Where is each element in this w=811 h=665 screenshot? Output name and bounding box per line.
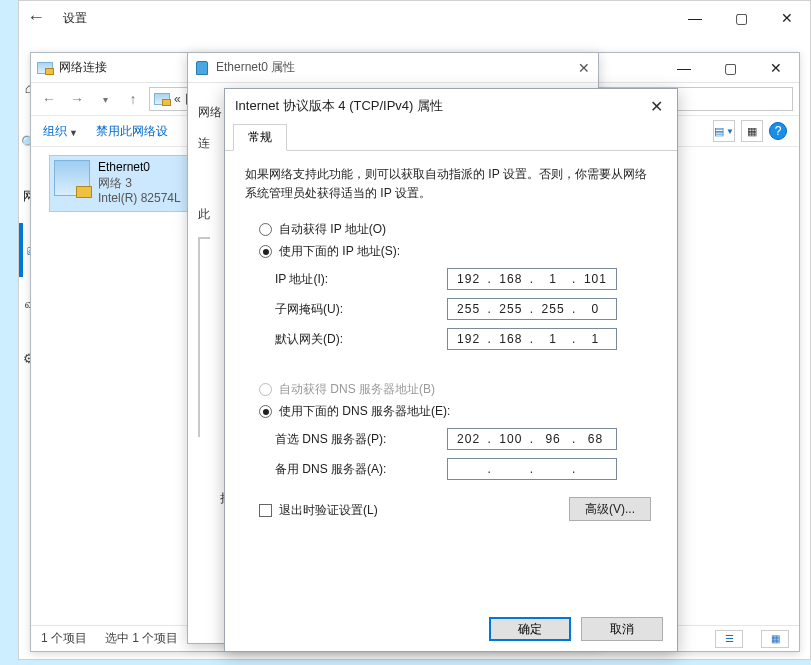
status-selected: 选中 1 个项目 bbox=[105, 630, 178, 647]
nic-item-ethernet0[interactable]: Ethernet0 网络 3 Intel(R) 82574L bbox=[49, 155, 209, 212]
validate-label: 退出时验证设置(L) bbox=[279, 502, 378, 519]
radio-icon bbox=[259, 383, 272, 396]
gateway-input[interactable]: 192. 168. 1. 1 bbox=[447, 328, 617, 350]
radio-icon bbox=[259, 223, 272, 236]
nic-name: Ethernet0 bbox=[98, 160, 181, 176]
ipv4-body: 如果网络支持此功能，则可以获取自动指派的 IP 设置。否则，你需要从网络系统管理… bbox=[225, 151, 677, 607]
ipv4-description: 如果网络支持此功能，则可以获取自动指派的 IP 设置。否则，你需要从网络系统管理… bbox=[245, 165, 657, 203]
nav-recent-button[interactable]: ▾ bbox=[93, 87, 117, 111]
dns2-label: 备用 DNS 服务器(A): bbox=[275, 461, 447, 478]
radio-ip-auto-label: 自动获得 IP 地址(O) bbox=[279, 221, 386, 238]
explorer-max-button[interactable]: ▢ bbox=[707, 51, 753, 85]
settings-close-button[interactable]: ✕ bbox=[764, 1, 810, 35]
ipv4-titlebar: Internet 协议版本 4 (TCP/IPv4) 属性 ✕ bbox=[225, 89, 677, 123]
settings-window-controls: — ▢ ✕ bbox=[672, 1, 810, 35]
checkbox-icon bbox=[259, 504, 272, 517]
ethprops-title-icon bbox=[196, 61, 208, 75]
nav-forward-button[interactable]: → bbox=[65, 87, 89, 111]
explorer-close-button[interactable]: ✕ bbox=[753, 51, 799, 85]
ipv4-close-button[interactable]: ✕ bbox=[646, 97, 667, 116]
ethprops-listbox-edge bbox=[198, 237, 210, 437]
nav-up-button[interactable]: ↑ bbox=[121, 87, 145, 111]
gateway-label: 默认网关(D): bbox=[275, 331, 447, 348]
status-count: 1 个项目 bbox=[41, 630, 87, 647]
nic-driver: Intel(R) 82574L bbox=[98, 191, 181, 207]
radio-dns-auto: 自动获得 DNS 服务器地址(B) bbox=[259, 381, 657, 398]
tab-general[interactable]: 常规 bbox=[233, 124, 287, 151]
radio-icon bbox=[259, 405, 272, 418]
radio-ip-manual-label: 使用下面的 IP 地址(S): bbox=[279, 243, 400, 260]
radio-dns-auto-label: 自动获得 DNS 服务器地址(B) bbox=[279, 381, 435, 398]
back-arrow-icon[interactable]: ← bbox=[27, 7, 45, 28]
addr-prefix: « bbox=[174, 92, 181, 106]
view-icons-button[interactable]: ▤▼ bbox=[713, 120, 735, 142]
ethprops-this-label: 此 bbox=[198, 205, 216, 224]
ipv4-properties-dialog: Internet 协议版本 4 (TCP/IPv4) 属性 ✕ 常规 如果网络支… bbox=[224, 88, 678, 652]
dns1-label: 首选 DNS 服务器(P): bbox=[275, 431, 447, 448]
help-button[interactable]: ? bbox=[769, 122, 787, 140]
view-details-button[interactable]: ▦ bbox=[741, 120, 763, 142]
radio-ip-auto[interactable]: 自动获得 IP 地址(O) bbox=[259, 221, 657, 238]
explorer-min-button[interactable]: — bbox=[661, 51, 707, 85]
subnet-mask-label: 子网掩码(U): bbox=[275, 301, 447, 318]
ethprops-net-label: 网络 bbox=[198, 103, 222, 122]
dns2-input[interactable]: . . . bbox=[447, 458, 617, 480]
nic-icon bbox=[54, 160, 90, 196]
settings-titlebar: 设置 — ▢ ✕ bbox=[19, 1, 810, 35]
ipv4-footer: 确定 取消 bbox=[225, 607, 677, 651]
nav-back-button[interactable]: ← bbox=[37, 87, 61, 111]
radio-dns-manual[interactable]: 使用下面的 DNS 服务器地址(E): bbox=[259, 403, 657, 420]
ethprops-close-button[interactable]: ✕ bbox=[578, 60, 590, 76]
radio-ip-manual[interactable]: 使用下面的 IP 地址(S): bbox=[259, 243, 657, 260]
status-view-details[interactable]: ☰ bbox=[715, 630, 743, 648]
view-buttons: ▤▼ ▦ ? bbox=[713, 120, 787, 142]
nic-network: 网络 3 bbox=[98, 176, 181, 192]
ethprops-title: Ethernet0 属性 bbox=[216, 59, 295, 76]
subnet-mask-input[interactable]: 255. 255. 255. 0 bbox=[447, 298, 617, 320]
settings-title: 设置 bbox=[19, 10, 672, 27]
ethprops-conn-label: 连 bbox=[198, 134, 216, 153]
toolbar-disable[interactable]: 禁用此网络设 bbox=[96, 123, 168, 140]
cancel-button[interactable]: 取消 bbox=[581, 617, 663, 641]
addr-folder-icon bbox=[154, 93, 170, 105]
network-connections-icon bbox=[37, 62, 53, 74]
dns1-input[interactable]: 202. 100. 96. 68 bbox=[447, 428, 617, 450]
radio-icon bbox=[259, 245, 272, 258]
ok-button[interactable]: 确定 bbox=[489, 617, 571, 641]
ip-address-label: IP 地址(I): bbox=[275, 271, 447, 288]
ipv4-tabrow: 常规 bbox=[225, 123, 677, 151]
ip-address-input[interactable]: 192. 168. 1. 101 bbox=[447, 268, 617, 290]
ethprops-titlebar: Ethernet0 属性 ✕ bbox=[188, 53, 598, 83]
settings-min-button[interactable]: — bbox=[672, 1, 718, 35]
radio-dns-manual-label: 使用下面的 DNS 服务器地址(E): bbox=[279, 403, 450, 420]
status-view-icons[interactable]: ▦ bbox=[761, 630, 789, 648]
ipv4-title: Internet 协议版本 4 (TCP/IPv4) 属性 bbox=[235, 97, 443, 115]
settings-max-button[interactable]: ▢ bbox=[718, 1, 764, 35]
advanced-button[interactable]: 高级(V)... bbox=[569, 497, 651, 521]
toolbar-organize[interactable]: 组织▼ bbox=[43, 123, 78, 140]
